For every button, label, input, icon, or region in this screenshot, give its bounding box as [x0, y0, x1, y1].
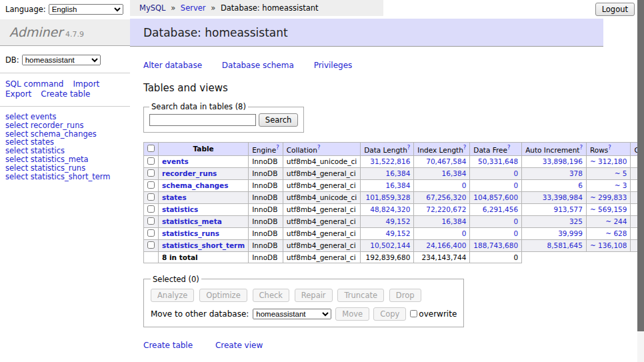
page-title: Database: homeassistant	[130, 19, 603, 47]
overwrite-option: overwrite	[410, 309, 457, 319]
app-header: Adminer4.7.9	[0, 19, 130, 46]
search-button[interactable]: Search	[259, 113, 299, 127]
help-link[interactable]: ?	[276, 144, 279, 151]
table-link-statistics_runs[interactable]: statistics_runs	[162, 229, 219, 237]
row-checkbox[interactable]	[147, 193, 155, 201]
sidebar-item-select-statistics-runs[interactable]: select statistics_runs	[5, 164, 125, 173]
repair-button[interactable]: Repair	[295, 289, 333, 302]
table-name-cell: statistics_meta	[159, 215, 249, 227]
row-checkbox[interactable]	[147, 229, 155, 237]
table-link-states[interactable]: states	[162, 193, 187, 201]
row-checkbox[interactable]	[147, 205, 155, 213]
language-select[interactable]: English	[49, 4, 123, 15]
table-row: statisticsInnoDButf8mb4_general_ci48,824…	[144, 203, 644, 215]
auto-increment-cell: 33,898,196	[522, 155, 587, 167]
privileges-link[interactable]: Privileges	[314, 61, 353, 70]
table-link-statistics_short_term[interactable]: statistics_short_term	[162, 241, 245, 249]
row-checkbox-cell	[144, 239, 159, 251]
collation-cell: utf8mb4_general_ci	[283, 215, 360, 227]
search-input[interactable]	[149, 114, 256, 126]
database-schema-link[interactable]: Database schema	[222, 61, 294, 70]
index-length-cell: 0	[414, 227, 470, 239]
move-row: Move to other database: homeassistant Mo…	[151, 307, 457, 321]
export-link[interactable]: Export	[5, 89, 31, 99]
index-length-cell: 0	[414, 179, 470, 191]
db-select[interactable]: homeassistant	[22, 55, 101, 65]
sidebar-item-select-statistics-meta[interactable]: select statistics_meta	[5, 155, 125, 164]
help-link[interactable]: ?	[507, 144, 511, 151]
table-link-recorder_runs[interactable]: recorder_runs	[162, 169, 217, 177]
table-name-cell: schema_changes	[159, 179, 249, 191]
data-length-cell: 16,384	[361, 167, 414, 179]
footer-engine-cell: InnoDB	[249, 251, 283, 263]
vertical-scrollbar[interactable]	[637, 0, 644, 362]
table-row: statesInnoDButf8mb4_unicode_ci101,859,32…	[144, 191, 644, 203]
drop-button[interactable]: Drop	[389, 289, 421, 302]
engine-cell: InnoDB	[249, 191, 283, 203]
help-link[interactable]: ?	[407, 144, 411, 151]
data-length-cell: 49,152	[361, 215, 414, 227]
engine-cell: InnoDB	[249, 239, 283, 251]
move-database-select[interactable]: homeassistant	[253, 309, 331, 319]
breadcrumb-separator: »	[171, 3, 175, 13]
sidebar-item-select-statistics-short-term[interactable]: select statistics_short_term	[5, 173, 125, 181]
auto-increment-cell: 913,577	[522, 203, 587, 215]
index-length-cell: 67,256,320	[414, 191, 470, 203]
table-link-statistics[interactable]: statistics	[162, 205, 198, 213]
table-link-statistics_meta[interactable]: statistics_meta	[162, 217, 222, 225]
sidebar-item-select-recorder-runs[interactable]: select recorder_runs	[5, 121, 125, 130]
help-link[interactable]: ?	[317, 144, 321, 151]
sidebar-item-select-events[interactable]: select events	[5, 113, 125, 121]
help-link[interactable]: ?	[579, 144, 583, 151]
help-link[interactable]: ?	[608, 144, 611, 151]
breadcrumb: MySQL » Server » Database: homeassistant	[130, 0, 383, 16]
optimize-button[interactable]: Optimize	[199, 289, 247, 302]
footer-data-length-cell: 192,839,680	[361, 251, 414, 263]
language-row: Language:English	[0, 0, 130, 19]
tables-body: eventsInnoDButf8mb4_unicode_ci31,522,816…	[144, 155, 644, 251]
row-checkbox[interactable]	[147, 181, 155, 189]
engine-cell: InnoDB	[249, 155, 283, 167]
breadcrumb-server-link[interactable]: Server	[181, 3, 206, 13]
alter-database-link[interactable]: Alter database	[143, 61, 202, 70]
help-link[interactable]: ?	[463, 144, 467, 151]
create-table-link[interactable]: Create table	[143, 341, 193, 350]
analyze-button[interactable]: Analyze	[151, 289, 194, 302]
select-all-checkbox[interactable]	[147, 145, 155, 152]
move-label: Move to other database:	[151, 309, 249, 319]
sql-command-link[interactable]: SQL command	[5, 79, 63, 89]
data-free-cell: 104,857,600	[470, 191, 522, 203]
create-table-link-side[interactable]: Create table	[41, 89, 90, 99]
copy-button[interactable]: Copy	[373, 307, 406, 321]
breadcrumb-mysql-link[interactable]: MySQL	[139, 3, 166, 13]
row-checkbox[interactable]	[147, 217, 155, 225]
total-label-cell: 8 in total	[159, 251, 249, 263]
table-row: statistics_runsInnoDButf8mb4_general_ci4…	[144, 227, 644, 239]
scrollbar-thumb[interactable]	[637, 0, 644, 331]
create-view-link[interactable]: Create view	[215, 341, 263, 350]
table-link-schema_changes[interactable]: schema_changes	[162, 181, 229, 189]
logout-button[interactable]: Logout	[595, 3, 635, 16]
truncate-button[interactable]: Truncate	[337, 289, 384, 302]
search-fieldset: Search data in tables (8) Search	[143, 102, 304, 133]
overwrite-checkbox[interactable]	[410, 310, 417, 317]
db-row: DB:homeassistant	[0, 46, 130, 73]
check-button[interactable]: Check	[253, 289, 289, 302]
row-checkbox[interactable]	[147, 169, 155, 177]
tables-total-row: 8 in totalInnoDButf8mb4_general_ci192,83…	[144, 251, 644, 263]
table-link-events[interactable]: events	[162, 157, 189, 165]
table-row: statistics_metaInnoDButf8mb4_general_ci4…	[144, 215, 644, 227]
row-checkbox[interactable]	[147, 241, 155, 249]
import-link[interactable]: Import	[73, 79, 99, 89]
auto-increment-cell: 378	[522, 167, 587, 179]
collation-cell: utf8mb4_general_ci	[283, 167, 360, 179]
move-button[interactable]: Move	[335, 307, 369, 321]
column-header-engine: Engine?	[249, 143, 283, 156]
column-header-collation: Collation?	[283, 143, 360, 156]
engine-cell: InnoDB	[249, 179, 283, 191]
sidebar: Language:English Adminer4.7.9 DB:homeass…	[0, 0, 130, 181]
row-checkbox[interactable]	[147, 157, 155, 165]
tables-header-row: TableEngine?Collation?Data Length?Index …	[144, 143, 644, 156]
index-length-cell: 16,384	[414, 167, 470, 179]
table-name-cell: statistics_short_term	[159, 239, 249, 251]
